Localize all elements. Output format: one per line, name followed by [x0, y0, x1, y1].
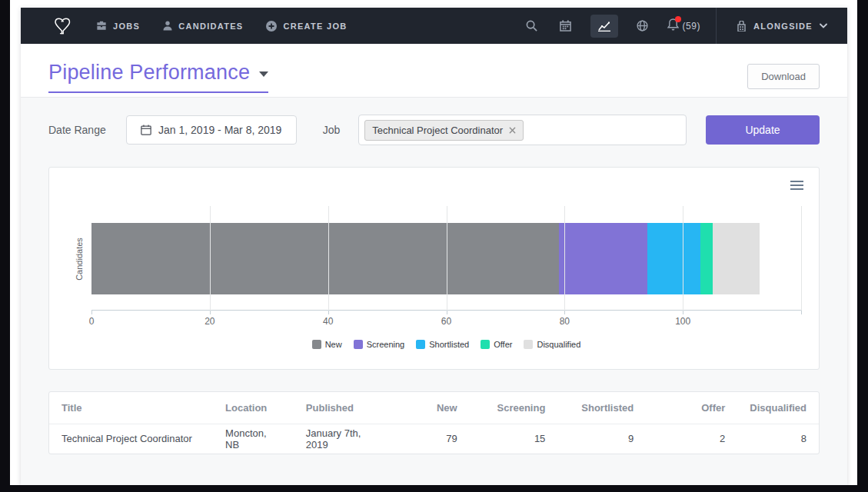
results-table-card: TitleLocationPublishedNewScreeningShortl… — [48, 391, 820, 454]
navbar: JOBS CANDIDATES CREATE JOB — [21, 8, 847, 44]
bar-segment-shortlisted[interactable] — [647, 223, 700, 294]
bar-segment-disqualified[interactable] — [713, 223, 760, 294]
bell-icon — [667, 18, 679, 34]
table-body: Technical Project CoordinatorMoncton, NB… — [49, 424, 819, 454]
table-cell: 8 — [737, 424, 819, 454]
legend-item-shortlisted[interactable]: Shortlisted — [416, 340, 469, 349]
table-header-cell: New — [389, 392, 469, 424]
download-button[interactable]: Download — [747, 64, 820, 89]
nav-item-create-job[interactable]: CREATE JOB — [266, 21, 347, 32]
gridline — [683, 206, 683, 311]
analytics-chart-icon[interactable] — [590, 15, 618, 38]
legend-item-screening[interactable]: Screening — [354, 340, 405, 349]
x-tick-label: 60 — [441, 316, 451, 327]
legend-label: New — [325, 340, 342, 349]
bar-segment-new[interactable] — [91, 223, 559, 294]
table-header-cell: Shortlisted — [557, 392, 646, 424]
chart-card: Candidates 020406080100 NewScreeningShor… — [48, 167, 820, 370]
date-range-input[interactable]: Jan 1, 2019 - Mar 8, 2019 — [126, 115, 297, 145]
nav-item-label: JOBS — [113, 22, 140, 31]
briefcase-icon — [96, 21, 107, 31]
legend-label: Offer — [494, 340, 512, 349]
bar-segment-screening[interactable] — [559, 223, 647, 294]
table-cell: 9 — [557, 424, 646, 454]
notification-count: (59) — [683, 21, 700, 32]
table-row[interactable]: Technical Project CoordinatorMoncton, NB… — [49, 424, 819, 454]
page-title: Pipeline Performance — [48, 61, 250, 85]
user-icon — [163, 21, 172, 31]
results-table: TitleLocationPublishedNewScreeningShortl… — [49, 392, 819, 454]
legend-swatch — [312, 340, 321, 349]
nav-item-jobs[interactable]: JOBS — [96, 21, 140, 31]
calendar-small-icon — [141, 125, 151, 135]
alongside-logo[interactable] — [52, 15, 76, 37]
calendar-icon[interactable] — [557, 20, 575, 32]
notification-dot — [675, 16, 681, 22]
job-select-input[interactable]: Technical Project Coordinator — [358, 115, 687, 145]
search-icon[interactable] — [523, 20, 541, 32]
nav-right: (59) ALONGSIDE — [523, 8, 847, 44]
table-header-cell: Location — [213, 392, 294, 424]
legend-item-new[interactable]: New — [312, 340, 342, 349]
plus-circle-icon — [266, 21, 277, 32]
legend-label: Shortlisted — [429, 340, 469, 349]
gridline — [210, 206, 211, 311]
legend-swatch — [481, 340, 490, 349]
legend-item-disqualified[interactable]: Disqualified — [524, 340, 580, 349]
gridline — [564, 206, 565, 311]
date-range-label: Date Range — [48, 124, 106, 136]
legend-item-offer[interactable]: Offer — [481, 340, 512, 349]
table-header-cell: Screening — [470, 392, 558, 424]
chart-legend: NewScreeningShortlistedOfferDisqualified — [91, 340, 801, 349]
bar-segment-offer[interactable] — [700, 223, 712, 294]
gridline — [328, 206, 329, 311]
axis-tick — [801, 311, 802, 314]
job-tag-label: Technical Project Coordinator — [372, 125, 503, 136]
table-header-cell: Offer — [646, 392, 737, 424]
table-cell: Moncton, NB — [213, 424, 294, 454]
gridline — [447, 206, 447, 311]
y-axis-title: Candidates — [73, 223, 85, 294]
x-tick-label: 20 — [205, 316, 215, 327]
job-label: Job — [323, 124, 341, 136]
page-body: Date Range Jan 1, 2019 - Mar 8, 2019 Job… — [21, 98, 847, 485]
page-header: Pipeline Performance Download — [21, 44, 847, 98]
legend-swatch — [354, 340, 363, 349]
x-axis-labels: 020406080100 — [91, 311, 801, 329]
stacked-bar — [91, 223, 760, 294]
filter-row: Date Range Jan 1, 2019 - Mar 8, 2019 Job… — [48, 115, 820, 145]
x-tick-label: 100 — [675, 316, 690, 327]
account-label: ALONGSIDE — [753, 22, 813, 31]
globe-icon[interactable] — [634, 20, 652, 32]
account-menu[interactable]: ALONGSIDE — [717, 8, 847, 44]
table-cell: Technical Project Coordinator — [49, 424, 213, 454]
x-tick-label: 0 — [89, 316, 95, 327]
table-header-row: TitleLocationPublishedNewScreeningShortl… — [49, 392, 819, 424]
chart-plot: Candidates — [91, 168, 801, 311]
table-header-cell: Disqualified — [737, 392, 819, 424]
nav-item-label: CANDIDATES — [178, 22, 243, 31]
x-tick-label: 80 — [560, 316, 570, 327]
update-button[interactable]: Update — [706, 115, 820, 145]
date-range-value: Jan 1, 2019 - Mar 8, 2019 — [158, 124, 281, 136]
legend-swatch — [524, 340, 533, 349]
building-icon — [737, 21, 747, 32]
table-cell: 79 — [389, 424, 469, 454]
table-header-cell: Published — [294, 392, 390, 424]
legend-label: Screening — [367, 340, 405, 349]
app-window: JOBS CANDIDATES CREATE JOB — [21, 8, 847, 485]
report-selector[interactable]: Pipeline Performance — [48, 61, 268, 93]
job-tag: Technical Project Coordinator — [364, 120, 524, 141]
chevron-down-icon — [820, 23, 827, 28]
x-tick-label: 40 — [323, 316, 333, 327]
notifications-button[interactable]: (59) — [667, 18, 700, 34]
legend-swatch — [416, 340, 425, 349]
nav-menu: JOBS CANDIDATES CREATE JOB — [96, 21, 348, 32]
table-cell: 2 — [646, 424, 737, 454]
nav-item-candidates[interactable]: CANDIDATES — [163, 21, 243, 31]
legend-label: Disqualified — [537, 340, 580, 349]
screen-frame: JOBS CANDIDATES CREATE JOB — [0, 0, 868, 492]
close-icon[interactable] — [509, 127, 516, 134]
gridline — [801, 206, 802, 311]
table-cell: 15 — [470, 424, 558, 454]
